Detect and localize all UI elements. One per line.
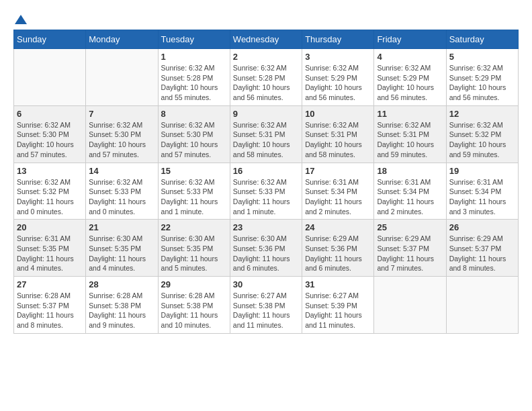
calendar-day-cell: 1Sunrise: 6:32 AMSunset: 5:28 PMDaylight… bbox=[158, 49, 230, 106]
day-info: Sunrise: 6:31 AMSunset: 5:34 PMDaylight:… bbox=[377, 177, 443, 217]
calendar-day-cell: 22Sunrise: 6:30 AMSunset: 5:35 PMDayligh… bbox=[158, 220, 230, 277]
calendar-header-saturday: Saturday bbox=[446, 30, 518, 49]
svg-marker-0 bbox=[15, 15, 27, 24]
day-info: Sunrise: 6:32 AMSunset: 5:31 PMDaylight:… bbox=[377, 120, 443, 160]
calendar-day-cell: 25Sunrise: 6:29 AMSunset: 5:37 PMDayligh… bbox=[374, 220, 446, 277]
calendar-day-cell bbox=[374, 277, 446, 334]
calendar-header-friday: Friday bbox=[374, 30, 446, 49]
day-info: Sunrise: 6:32 AMSunset: 5:31 PMDaylight:… bbox=[305, 120, 371, 160]
day-info: Sunrise: 6:29 AMSunset: 5:37 PMDaylight:… bbox=[377, 234, 443, 273]
day-number: 14 bbox=[89, 166, 154, 176]
day-info: Sunrise: 6:32 AMSunset: 5:32 PMDaylight:… bbox=[17, 177, 83, 217]
calendar-day-cell bbox=[446, 277, 518, 334]
calendar-day-cell: 21Sunrise: 6:30 AMSunset: 5:35 PMDayligh… bbox=[86, 220, 158, 277]
day-number: 12 bbox=[449, 109, 515, 119]
day-info: Sunrise: 6:30 AMSunset: 5:36 PMDaylight:… bbox=[233, 234, 299, 273]
calendar-header-tuesday: Tuesday bbox=[158, 30, 230, 49]
day-number: 7 bbox=[89, 109, 154, 119]
day-number: 18 bbox=[377, 166, 443, 176]
calendar-day-cell: 17Sunrise: 6:31 AMSunset: 5:34 PMDayligh… bbox=[302, 163, 374, 220]
day-number: 9 bbox=[233, 109, 299, 119]
day-number: 27 bbox=[17, 279, 83, 289]
day-info: Sunrise: 6:31 AMSunset: 5:34 PMDaylight:… bbox=[305, 177, 371, 217]
day-number: 20 bbox=[17, 222, 83, 232]
calendar-day-cell: 15Sunrise: 6:32 AMSunset: 5:33 PMDayligh… bbox=[158, 163, 230, 220]
day-number: 4 bbox=[377, 52, 443, 62]
day-info: Sunrise: 6:32 AMSunset: 5:30 PMDaylight:… bbox=[161, 120, 227, 160]
calendar-day-cell: 11Sunrise: 6:32 AMSunset: 5:31 PMDayligh… bbox=[374, 105, 446, 163]
day-info: Sunrise: 6:28 AMSunset: 5:38 PMDaylight:… bbox=[89, 291, 154, 330]
calendar-day-cell: 16Sunrise: 6:32 AMSunset: 5:33 PMDayligh… bbox=[230, 163, 302, 220]
calendar-week-row: 27Sunrise: 6:28 AMSunset: 5:37 PMDayligh… bbox=[14, 277, 519, 334]
day-number: 5 bbox=[449, 52, 515, 62]
day-info: Sunrise: 6:32 AMSunset: 5:30 PMDaylight:… bbox=[17, 120, 83, 160]
day-info: Sunrise: 6:32 AMSunset: 5:29 PMDaylight:… bbox=[377, 63, 443, 103]
calendar-week-row: 1Sunrise: 6:32 AMSunset: 5:28 PMDaylight… bbox=[14, 49, 519, 106]
calendar-header-sunday: Sunday bbox=[14, 30, 86, 49]
day-number: 13 bbox=[17, 166, 83, 176]
calendar-day-cell: 13Sunrise: 6:32 AMSunset: 5:32 PMDayligh… bbox=[14, 163, 86, 220]
calendar-day-cell: 28Sunrise: 6:28 AMSunset: 5:38 PMDayligh… bbox=[86, 277, 158, 334]
calendar-day-cell: 5Sunrise: 6:32 AMSunset: 5:29 PMDaylight… bbox=[446, 49, 518, 106]
calendar-day-cell: 20Sunrise: 6:31 AMSunset: 5:35 PMDayligh… bbox=[14, 220, 86, 277]
calendar-day-cell: 6Sunrise: 6:32 AMSunset: 5:30 PMDaylight… bbox=[14, 105, 86, 163]
calendar-header-thursday: Thursday bbox=[302, 30, 374, 49]
day-number: 29 bbox=[161, 279, 227, 289]
calendar-day-cell: 19Sunrise: 6:31 AMSunset: 5:34 PMDayligh… bbox=[446, 163, 518, 220]
logo-icon bbox=[15, 13, 27, 26]
day-info: Sunrise: 6:32 AMSunset: 5:29 PMDaylight:… bbox=[305, 63, 371, 103]
day-number: 6 bbox=[17, 109, 83, 119]
day-info: Sunrise: 6:32 AMSunset: 5:33 PMDaylight:… bbox=[89, 177, 154, 217]
calendar-table: SundayMondayTuesdayWednesdayThursdayFrid… bbox=[13, 30, 519, 334]
calendar-day-cell: 23Sunrise: 6:30 AMSunset: 5:36 PMDayligh… bbox=[230, 220, 302, 277]
calendar-day-cell: 8Sunrise: 6:32 AMSunset: 5:30 PMDaylight… bbox=[158, 105, 230, 163]
calendar-day-cell bbox=[86, 49, 158, 106]
calendar-day-cell: 9Sunrise: 6:32 AMSunset: 5:31 PMDaylight… bbox=[230, 105, 302, 163]
calendar-day-cell: 10Sunrise: 6:32 AMSunset: 5:31 PMDayligh… bbox=[302, 105, 374, 163]
day-info: Sunrise: 6:31 AMSunset: 5:35 PMDaylight:… bbox=[17, 234, 83, 273]
day-number: 10 bbox=[305, 109, 371, 119]
day-info: Sunrise: 6:32 AMSunset: 5:28 PMDaylight:… bbox=[161, 63, 227, 103]
calendar-day-cell: 4Sunrise: 6:32 AMSunset: 5:29 PMDaylight… bbox=[374, 49, 446, 106]
day-number: 15 bbox=[161, 166, 227, 176]
day-info: Sunrise: 6:32 AMSunset: 5:31 PMDaylight:… bbox=[233, 120, 299, 160]
day-info: Sunrise: 6:30 AMSunset: 5:35 PMDaylight:… bbox=[161, 234, 227, 273]
calendar-day-cell: 24Sunrise: 6:29 AMSunset: 5:36 PMDayligh… bbox=[302, 220, 374, 277]
calendar-day-cell: 3Sunrise: 6:32 AMSunset: 5:29 PMDaylight… bbox=[302, 49, 374, 106]
day-number: 2 bbox=[233, 52, 299, 62]
calendar-day-cell: 29Sunrise: 6:28 AMSunset: 5:38 PMDayligh… bbox=[158, 277, 230, 334]
day-number: 8 bbox=[161, 109, 227, 119]
day-info: Sunrise: 6:32 AMSunset: 5:33 PMDaylight:… bbox=[233, 177, 299, 217]
calendar-day-cell bbox=[14, 49, 86, 106]
day-number: 3 bbox=[305, 52, 371, 62]
calendar-week-row: 20Sunrise: 6:31 AMSunset: 5:35 PMDayligh… bbox=[14, 220, 519, 277]
calendar-header-row: SundayMondayTuesdayWednesdayThursdayFrid… bbox=[14, 30, 519, 49]
day-info: Sunrise: 6:28 AMSunset: 5:38 PMDaylight:… bbox=[161, 291, 227, 330]
calendar-day-cell: 30Sunrise: 6:27 AMSunset: 5:38 PMDayligh… bbox=[230, 277, 302, 334]
calendar-week-row: 13Sunrise: 6:32 AMSunset: 5:32 PMDayligh… bbox=[14, 163, 519, 220]
calendar-header-wednesday: Wednesday bbox=[230, 30, 302, 49]
day-number: 24 bbox=[305, 222, 371, 232]
day-info: Sunrise: 6:29 AMSunset: 5:36 PMDaylight:… bbox=[305, 234, 371, 273]
day-info: Sunrise: 6:32 AMSunset: 5:29 PMDaylight:… bbox=[449, 63, 515, 103]
day-number: 11 bbox=[377, 109, 443, 119]
calendar-day-cell: 18Sunrise: 6:31 AMSunset: 5:34 PMDayligh… bbox=[374, 163, 446, 220]
day-info: Sunrise: 6:32 AMSunset: 5:30 PMDaylight:… bbox=[89, 120, 154, 160]
calendar-day-cell: 2Sunrise: 6:32 AMSunset: 5:28 PMDaylight… bbox=[230, 49, 302, 106]
day-info: Sunrise: 6:27 AMSunset: 5:38 PMDaylight:… bbox=[233, 291, 299, 330]
calendar-day-cell: 31Sunrise: 6:27 AMSunset: 5:39 PMDayligh… bbox=[302, 277, 374, 334]
day-number: 23 bbox=[233, 222, 299, 232]
day-number: 31 bbox=[305, 279, 371, 289]
calendar-day-cell: 7Sunrise: 6:32 AMSunset: 5:30 PMDaylight… bbox=[86, 105, 158, 163]
day-info: Sunrise: 6:27 AMSunset: 5:39 PMDaylight:… bbox=[305, 291, 371, 330]
day-number: 30 bbox=[233, 279, 299, 289]
day-number: 22 bbox=[161, 222, 227, 232]
calendar-week-row: 6Sunrise: 6:32 AMSunset: 5:30 PMDaylight… bbox=[14, 105, 519, 163]
logo bbox=[13, 13, 28, 23]
calendar-day-cell: 12Sunrise: 6:32 AMSunset: 5:32 PMDayligh… bbox=[446, 105, 518, 163]
day-info: Sunrise: 6:31 AMSunset: 5:34 PMDaylight:… bbox=[449, 177, 515, 217]
day-number: 26 bbox=[449, 222, 515, 232]
day-number: 19 bbox=[449, 166, 515, 176]
calendar-header-monday: Monday bbox=[86, 30, 158, 49]
calendar-day-cell: 14Sunrise: 6:32 AMSunset: 5:33 PMDayligh… bbox=[86, 163, 158, 220]
